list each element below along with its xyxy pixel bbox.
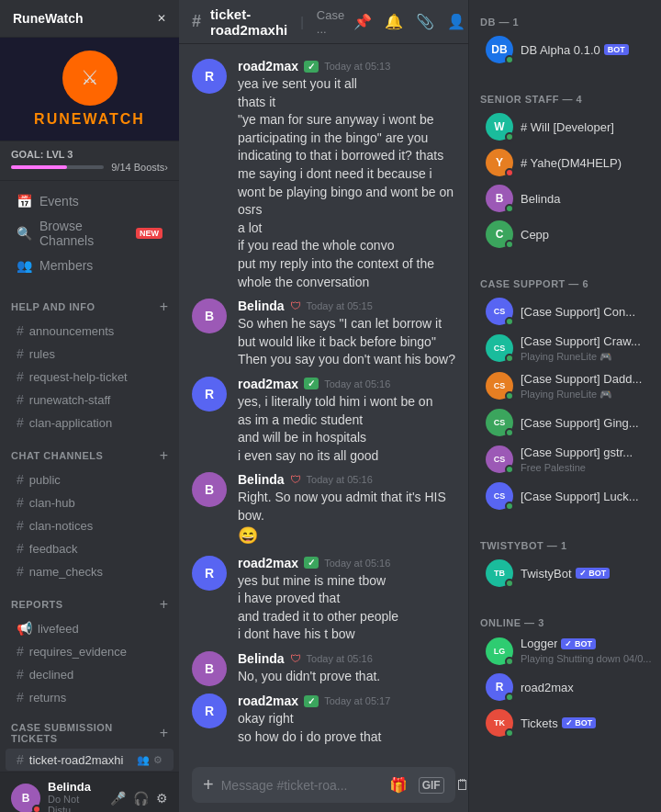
nav-item-events[interactable]: 📅 Events [6,189,174,213]
chat-input[interactable] [221,778,382,793]
channel-header-name: ticket-road2maxhi [210,6,287,38]
member-avatar: CS [486,445,513,473]
message-author[interactable]: Belinda [238,472,285,487]
nav-item-browse-label: Browse Channels [39,219,130,248]
member-name: Tickets [521,716,558,730]
chat-input-area: + 🎁 GIF 🗒 😊 [179,758,468,812]
pin-icon[interactable]: 📌 [353,13,372,30]
member-avatar: CS [486,372,513,400]
author-verified-badge: ✓ [304,695,319,707]
member-name: [Case Support] gstr... [521,445,633,459]
message-author[interactable]: road2max [238,377,298,391]
chat-channels-list: #public #clan-hub #clan-notices #feedbac… [0,468,179,583]
member-info: DB Alpha 0.1.0 BOT [521,43,644,57]
add-ticket-icon[interactable]: + [160,725,168,741]
members-panel-icon[interactable]: 👤 [447,13,465,30]
channel-public[interactable]: #public [6,468,174,491]
member-belinda[interactable]: B Belinda [475,181,655,216]
message-author[interactable]: road2max [238,59,298,73]
channel-header-tag: Case ... [317,8,344,36]
channel-clan-application[interactable]: #clan-application [6,412,174,434]
member-road2max[interactable]: R road2max [475,670,655,705]
member-name: [Case Support] Craw... [521,334,641,348]
sticker-icon[interactable]: 🗒 [455,777,468,794]
member-case-con[interactable]: CS [Case Support] Con... [475,294,655,329]
status-indicator [505,55,514,64]
channel-ticket-road2maxhi[interactable]: # ticket-road2maxhi 👥 ⚙ [6,749,174,771]
current-user-info: Belinda Do Not Distu... [48,780,103,812]
channel-rules[interactable]: #rules [6,343,174,365]
add-channel-icon[interactable]: + [160,299,168,315]
help-and-info-section-header: HELP AND INFO + [0,286,179,319]
member-case-luck[interactable]: CS [Case Support] Luck... [475,479,655,513]
channel-request-help-ticket[interactable]: #request-help-ticket [6,366,174,388]
member-name: Logger [521,637,557,650]
add-chat-channel-icon[interactable]: + [160,447,168,464]
member-avatar: B [486,185,513,212]
bell-icon[interactable]: 🔔 [385,13,403,30]
member-case-craw[interactable]: CS [Case Support] Craw... Playing RuneLi… [475,330,655,367]
message-author[interactable]: road2max [238,556,298,570]
channel-declined[interactable]: #declined [6,663,174,685]
member-info: [Case Support] Con... [521,304,644,319]
chevron-down-icon: ✕ [157,12,166,25]
member-logger[interactable]: LG Logger ✓ BOT Playing Shutting down 04… [475,633,655,669]
member-info: road2max [521,680,644,694]
mute-icon[interactable]: 🎤 [110,791,126,806]
member-sub: Playing Shutting down 04/0... [521,653,651,664]
add-attachment-icon[interactable]: + [203,774,214,795]
channel-clan-hub[interactable]: #clan-hub [6,491,174,513]
user-controls: 🎤 🎧 ⚙ [110,791,168,806]
avatar: R [192,377,227,412]
gift-icon[interactable]: 🎁 [389,776,408,794]
message-text: yes but mine is mine tbow i have proved … [238,572,455,644]
members-section-db: DB — 1 DB DB Alpha 0.1.0 BOT [469,0,661,77]
member-info: # Will [Developer] [521,119,644,134]
nav-item-browse-channels[interactable]: 🔍 Browse Channels NEW [6,214,174,253]
channel-runewatch-staff[interactable]: #runewatch-staff [6,389,174,411]
message-author[interactable]: road2max [238,694,298,708]
add-report-icon[interactable]: + [160,596,168,613]
channel-announcements[interactable]: #announcements [6,320,174,342]
member-db-alpha[interactable]: DB DB Alpha 0.1.0 BOT [475,32,655,67]
member-case-dadd[interactable]: CS [Case Support] Dadd... Playing RuneLi… [475,367,655,404]
help-and-info-channels: #announcements #rules #request-help-tick… [0,319,179,434]
member-yahe[interactable]: Y # Yahe(DM4HELP) [475,145,655,180]
members-category-db: DB — 1 [469,9,661,31]
message-author[interactable]: Belinda [238,651,285,666]
channel-clan-notices[interactable]: #clan-notices [6,514,174,536]
nav-item-members[interactable]: 👥 Members [6,254,174,277]
browse-icon: 🔍 [17,226,32,241]
case-submission-channels: # ticket-road2maxhi 👥 ⚙ [0,748,179,772]
member-cepp[interactable]: C Cepp [475,217,655,252]
channel-returns[interactable]: #returns [6,686,174,708]
member-tickets[interactable]: TK Tickets ✓ BOT [475,705,655,740]
status-indicator [505,465,514,474]
channel-requires-evidence[interactable]: #requires_evidence [6,640,174,662]
boost-bar[interactable]: GOAL: LVL 3 9/14 Boosts › [0,141,179,181]
server-header[interactable]: RuneWatch ✕ [0,0,179,38]
member-case-ging[interactable]: CS [Case Support] Ging... [475,405,655,440]
member-case-gstr[interactable]: CS [Case Support] gstr... Free Palestine [475,441,655,478]
message-text: No, you didn't prove that. [238,668,455,686]
message-header: Belinda 🛡 Today at 05:16 [238,651,455,666]
member-info: Belinda [521,191,644,206]
member-will[interactable]: W # Will [Developer] [475,109,655,144]
member-twistybot[interactable]: TB TwistyBot ✓ BOT [475,556,655,591]
status-indicator [505,502,514,511]
message-header: road2max ✓ Today at 05:16 [238,377,455,391]
reports-title: REPORTS [11,599,63,610]
gif-icon[interactable]: GIF [419,777,444,794]
headset-icon[interactable]: 🎧 [133,791,149,806]
member-avatar: CS [486,334,513,362]
channel-name-checks[interactable]: #name_checks [6,560,174,582]
status-indicator [505,428,514,437]
user-settings-icon[interactable]: ⚙ [156,791,168,806]
channel-feedback[interactable]: #feedback [6,537,174,559]
avatar: B [192,651,227,686]
message-author[interactable]: Belinda [238,299,285,313]
members-section-senior-staff: SENIOR STAFF — 4 W # Will [Developer] Y … [469,77,661,262]
chat-header-icons: 📌 🔔 📎 👤 🔍 📥 [353,12,468,32]
channel-livefeed[interactable]: 📢livefeed [6,617,174,639]
pin2-icon[interactable]: 📎 [416,13,434,30]
